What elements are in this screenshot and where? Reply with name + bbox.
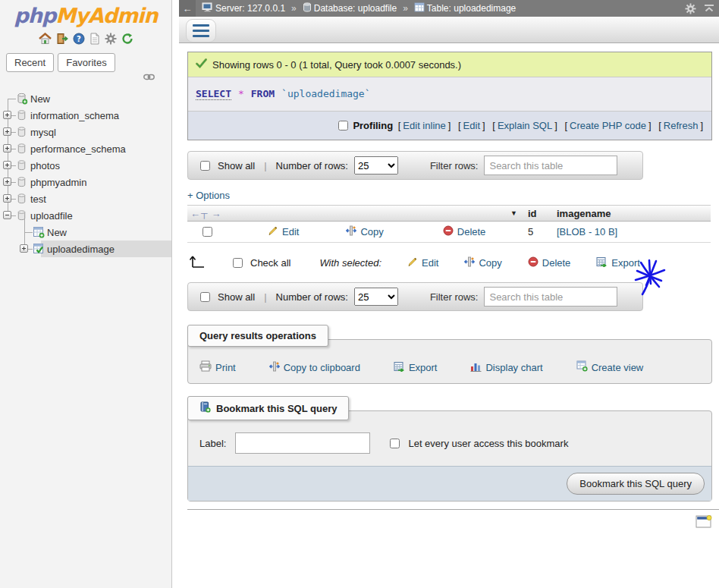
table-icon xyxy=(414,2,425,14)
tree-item-new-database[interactable]: New xyxy=(0,90,171,107)
pencil-icon xyxy=(268,225,278,238)
settings-icon[interactable] xyxy=(105,33,117,45)
create-php-code-link[interactable]: Create PHP code xyxy=(570,120,646,131)
row-delete-link[interactable]: Delete xyxy=(443,225,486,238)
blob-value-link[interactable]: [BLOB - 10 B] xyxy=(557,226,617,237)
print-button[interactable]: Print xyxy=(199,360,236,374)
tree-item-mysql[interactable]: mysql xyxy=(0,124,171,140)
tree-item-uploadedimage[interactable]: uploadedimage xyxy=(0,241,171,257)
database-icon xyxy=(16,126,27,140)
open-query-window-icon[interactable] xyxy=(695,515,712,531)
selected-delete-button[interactable]: Delete xyxy=(528,256,571,269)
table-search-input[interactable] xyxy=(484,287,617,307)
page-settings-gear-icon[interactable] xyxy=(685,3,696,14)
tree-item-performance-schema[interactable]: performance_schema xyxy=(0,140,171,157)
sql-table-identifier: `uploadedimage` xyxy=(281,88,370,99)
copy-to-clipboard-button[interactable]: Copy to clipboard xyxy=(269,361,360,374)
profiling-checkbox[interactable] xyxy=(338,121,348,130)
expand-icon[interactable] xyxy=(3,111,11,119)
edit-link[interactable]: Edit xyxy=(463,120,480,131)
success-message: Showing rows 0 - 0 (1 total, Query took … xyxy=(188,52,711,77)
bookmark-label-text: Label: xyxy=(199,438,226,449)
collapse-sidebar-arrow[interactable]: ← xyxy=(179,0,196,17)
sidebar-toolbar: ? xyxy=(0,32,171,46)
row-copy-link[interactable]: Copy xyxy=(346,225,383,238)
copy-icon xyxy=(464,256,475,269)
docs-icon[interactable] xyxy=(89,33,100,45)
new-table-icon xyxy=(33,226,45,241)
query-results-page: Showing rows 0 - 0 (1 total, Query took … xyxy=(179,43,719,531)
help-icon[interactable]: ? xyxy=(73,33,85,45)
database-icon xyxy=(16,176,27,190)
number-of-rows-select[interactable]: 25 xyxy=(354,288,398,306)
move-column-right-icon[interactable]: → xyxy=(212,208,221,219)
show-all-label: Show all xyxy=(218,160,255,171)
tree-item-new-table[interactable]: New xyxy=(0,224,171,241)
column-header-id[interactable]: id xyxy=(528,208,557,219)
pencil-icon xyxy=(407,256,418,269)
expand-icon[interactable] xyxy=(3,194,11,203)
database-tree: New information_schema mysql performance… xyxy=(0,90,171,257)
breadcrumb-database[interactable]: Database: uploadfile xyxy=(303,2,397,14)
expand-icon[interactable] xyxy=(3,127,11,136)
bookmark-access-checkbox[interactable] xyxy=(390,439,400,448)
filter-rows-label: Filter rows: xyxy=(430,291,479,303)
tree-item-information-schema[interactable]: information_schema xyxy=(0,107,171,124)
column-header-imagename[interactable]: imagename xyxy=(557,208,711,219)
tree-item-test[interactable]: test xyxy=(0,190,171,207)
delete-icon xyxy=(443,225,454,238)
row-edit-link[interactable]: Edit xyxy=(268,225,299,238)
breadcrumb-server[interactable]: Server: 127.0.0.1 xyxy=(202,2,285,14)
with-selected-bar: Check all With selected: Edit Copy Delet… xyxy=(187,254,712,272)
sort-icon[interactable]: ▼ xyxy=(510,209,517,217)
expand-icon[interactable] xyxy=(20,244,28,253)
refresh-icon[interactable] xyxy=(121,33,133,45)
bookmark-fieldset: Bookmark this SQL query Label: Let every… xyxy=(187,410,712,502)
refresh-link[interactable]: Refresh xyxy=(664,120,699,131)
tab-favorites[interactable]: Favorites xyxy=(58,53,115,72)
show-all-checkbox[interactable] xyxy=(200,161,210,171)
move-column-left-icon[interactable]: ← xyxy=(190,208,200,219)
query-results-operations-legend: Query results operations xyxy=(187,325,328,347)
row-checkbox[interactable] xyxy=(203,227,212,237)
options-toggle-link[interactable]: + Options xyxy=(187,190,230,201)
bookmark-label-input[interactable] xyxy=(235,432,370,454)
collapse-topbar-icon[interactable] xyxy=(704,4,714,13)
edit-inline-link[interactable]: Edit inline xyxy=(403,120,445,131)
collapse-icon[interactable] xyxy=(3,211,11,219)
tab-recent[interactable]: Recent xyxy=(6,53,54,72)
selected-edit-button[interactable]: Edit xyxy=(407,256,438,269)
tree-item-phpmyadmin[interactable]: phpmyadmin xyxy=(0,174,171,190)
check-all-checkbox[interactable] xyxy=(233,258,243,268)
expand-icon[interactable] xyxy=(3,144,11,153)
menu-hamburger-button[interactable] xyxy=(186,19,216,42)
selected-export-button[interactable]: Export xyxy=(596,256,640,269)
table-search-input[interactable] xyxy=(484,156,617,175)
export-icon xyxy=(596,256,608,269)
expand-icon[interactable] xyxy=(3,161,11,169)
unlink-panel-icon[interactable] xyxy=(143,71,155,83)
bottom-divider xyxy=(187,509,719,510)
bookmark-legend: Bookmark this SQL query xyxy=(187,396,349,420)
filter-rows-label: Filter rows: xyxy=(430,160,479,171)
number-of-rows-select[interactable]: 25 xyxy=(354,156,398,175)
sql-keyword: SELECT xyxy=(196,88,231,100)
sql-star: * xyxy=(238,88,244,99)
breadcrumb-table[interactable]: Table: uploadedimage xyxy=(414,2,516,14)
query-results-operations: Query results operations Print Copy to c… xyxy=(187,339,712,384)
home-icon[interactable] xyxy=(39,33,52,45)
tree-item-photos[interactable]: photos xyxy=(0,157,171,174)
bookmark-submit-button[interactable]: Bookmark this SQL query xyxy=(567,473,705,495)
show-all-checkbox[interactable] xyxy=(200,292,210,302)
export-button[interactable]: Export xyxy=(394,361,438,374)
display-chart-button[interactable]: Display chart xyxy=(470,361,542,374)
explain-sql-link[interactable]: Explain SQL xyxy=(498,120,552,131)
logout-icon[interactable] xyxy=(56,33,68,45)
phpmyadmin-logo[interactable]: phpMyAdmin xyxy=(0,0,171,27)
expand-icon[interactable] xyxy=(3,178,11,186)
tree-item-uploadfile[interactable]: uploadfile xyxy=(0,207,171,224)
selected-copy-button[interactable]: Copy xyxy=(464,256,501,269)
create-view-icon xyxy=(576,360,588,374)
create-view-button[interactable]: Create view xyxy=(576,360,644,374)
move-column-center-icon[interactable]: ┬ xyxy=(201,208,208,219)
